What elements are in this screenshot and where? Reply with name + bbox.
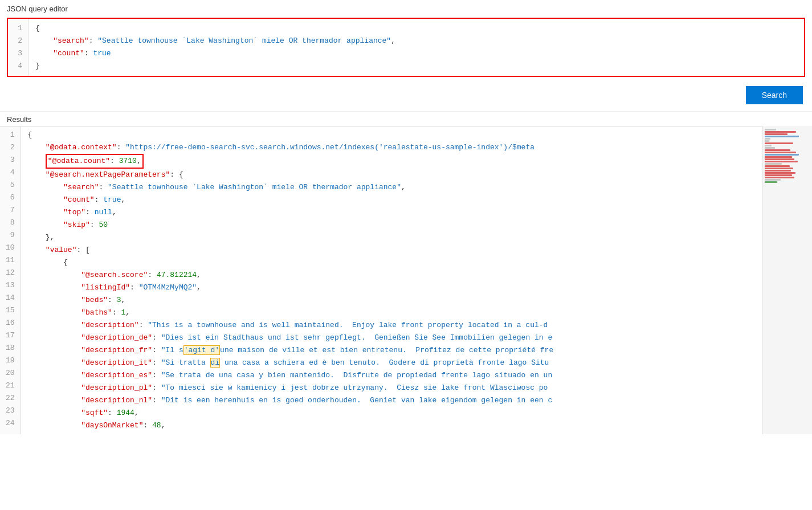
editor-label: JSON query editor — [0, 0, 812, 15]
result-line-19: "description_it": "Si tratta di una casa… — [28, 357, 755, 369]
result-line-20: "description_es": "Se trata de una casa … — [28, 369, 755, 382]
result-line-23: "sqft": 1944, — [28, 407, 755, 419]
results-container: 1 2 3 4 5 6 7 8 9 10 11 12 13 14 15 16 1 — [0, 126, 812, 434]
results-section: Results 1 2 3 4 5 6 7 8 9 10 11 12 13 — [0, 111, 812, 434]
editor-container[interactable]: 1 2 3 4 { "search": "Seattle townhouse `… — [7, 18, 805, 77]
results-code-content: { "@odata.context": "https://free-demo-s… — [21, 127, 762, 434]
result-line-14: "beds": 3, — [28, 294, 755, 307]
results-label: Results — [0, 112, 812, 126]
result-line-1: { — [28, 129, 755, 141]
result-line-5: "search": "Seattle townhouse `Lake Washi… — [28, 181, 755, 194]
minimap-content — [762, 126, 812, 186]
result-line-21: "description_pl": "To miesci sie w kamie… — [28, 382, 755, 394]
results-main[interactable]: 1 2 3 4 5 6 7 8 9 10 11 12 13 14 15 16 1 — [0, 126, 762, 434]
editor-line-2: "search": "Seattle townhouse `Lake Washi… — [35, 35, 797, 47]
result-line-6: "count": true, — [28, 194, 755, 206]
result-line-22: "description_nl": "Dit is een herenhuis … — [28, 394, 755, 407]
result-line-13: "listingId": "OTM4MzMyMQ2", — [28, 281, 755, 294]
result-line-9: }, — [28, 231, 755, 244]
editor-line-1: { — [35, 22, 797, 35]
result-line-17: "description_de": "Dies ist ein Stadthau… — [28, 332, 755, 344]
result-line-16: "description": "This is a townhouse and … — [28, 319, 755, 332]
result-line-10: "value": [ — [28, 244, 755, 256]
editor-line-4: } — [35, 60, 797, 72]
results-line-numbers: 1 2 3 4 5 6 7 8 9 10 11 12 13 14 15 16 1 — [0, 127, 21, 434]
result-line-4: "@search.nextPageParameters": { — [28, 169, 755, 181]
editor-code-content[interactable]: { "search": "Seattle townhouse `Lake Was… — [28, 19, 804, 76]
result-line-18: "description_fr": "Il s'agit d'une maiso… — [28, 344, 755, 357]
result-line-3: "@odata.count": 3710, — [28, 154, 755, 169]
result-line-7: "top": null, — [28, 206, 755, 219]
results-minimap — [762, 126, 812, 434]
result-line-11: { — [28, 256, 755, 269]
editor-line-3: "count": true — [35, 47, 797, 60]
editor-line-numbers: 1 2 3 4 — [8, 19, 28, 76]
results-code: 1 2 3 4 5 6 7 8 9 10 11 12 13 14 15 16 1 — [0, 127, 762, 434]
search-bar: Search — [0, 79, 812, 111]
result-line-24: "daysOnMarket": 48, — [28, 419, 755, 432]
result-line-8: "skip": 50 — [28, 219, 755, 231]
search-button[interactable]: Search — [746, 86, 803, 104]
json-editor-section: JSON query editor 1 2 3 4 { "search": "S… — [0, 0, 812, 77]
result-line-12: "@search.score": 47.812214, — [28, 269, 755, 281]
result-line-2: "@odata.context": "https://free-demo-sea… — [28, 141, 755, 154]
result-line-15: "baths": 1, — [28, 307, 755, 319]
